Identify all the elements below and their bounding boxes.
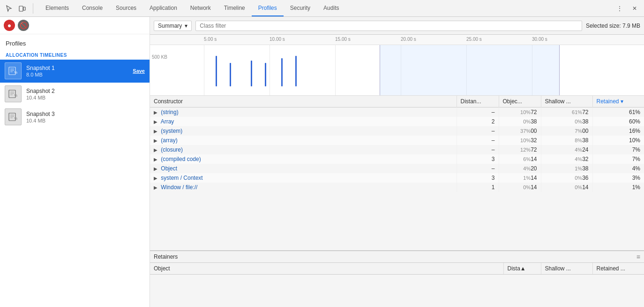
- device-icon[interactable]: [17, 3, 27, 14]
- col-header-retained[interactable]: Retained ▾: [592, 96, 644, 107]
- col-header-shallow[interactable]: Shallow ...: [541, 96, 592, 107]
- nav-tabs: Elements Console Sources Application Net…: [39, 0, 614, 16]
- retainers-col-obj[interactable]: Object: [150, 263, 503, 275]
- save-button-1[interactable]: Save: [133, 68, 145, 74]
- timeline-body[interactable]: 500 KB: [150, 45, 644, 96]
- profile-item-1[interactable]: % Snapshot 1 8.0 MB Save: [0, 60, 150, 83]
- summary-dropdown[interactable]: Summary ▾: [154, 21, 192, 31]
- table-row[interactable]: ▶ (string)–10%7261%7261%: [150, 107, 644, 117]
- col-header-distance[interactable]: Distan...: [457, 96, 499, 107]
- distance-cell: –: [457, 145, 499, 154]
- retainers-menu-icon[interactable]: ≡: [637, 253, 640, 261]
- table-row[interactable]: ▶ (system)–37%007%0016%: [150, 126, 644, 136]
- timeline-area[interactable]: 5.00 s 10.00 s 15.00 s 20.00 s 25.00 s 3…: [150, 35, 644, 96]
- profile-size-3: 10.4 MB: [26, 118, 145, 123]
- tab-security[interactable]: Security: [284, 0, 317, 16]
- retainers-section: Retainers ≡ Object Dista▲ Shallow ... Re…: [150, 251, 644, 307]
- ruler-tick-4: 20.00 s: [401, 37, 416, 42]
- tab-network[interactable]: Network: [184, 0, 217, 16]
- shallow-cell: 61%72: [541, 107, 592, 117]
- constructor-tbody: ▶ (string)–10%7261%7261%▶ Array20%380%38…: [150, 107, 644, 192]
- distance-cell: –: [457, 126, 499, 136]
- tab-application[interactable]: Application: [143, 0, 184, 16]
- retained-cell: 3%: [592, 173, 644, 183]
- constructor-name[interactable]: system / Context: [161, 175, 202, 181]
- table-row[interactable]: ▶ (array)–10%328%3810%: [150, 136, 644, 145]
- constructor-name[interactable]: Object: [161, 165, 177, 172]
- shallow-cell: 0%36: [541, 173, 592, 183]
- selected-size-label: Selected size: 7.9 MB: [586, 23, 640, 29]
- profile-info-2: Snapshot 2 10.4 MB: [26, 88, 145, 100]
- distance-cell: –: [457, 136, 499, 145]
- devtools-navbar: Elements Console Sources Application Net…: [0, 0, 644, 17]
- table-row[interactable]: ▶ (compiled code)36%144%327%: [150, 154, 644, 164]
- svg-text:%: %: [14, 70, 17, 75]
- constructor-name[interactable]: Window / file://: [161, 184, 197, 191]
- retainers-body[interactable]: Object Dista▲ Shallow ... Retained ...: [150, 263, 644, 307]
- profile-info-1: Snapshot 1 8.0 MB: [26, 65, 128, 77]
- profile-size-1: 8.0 MB: [26, 72, 128, 77]
- constructor-name[interactable]: (system): [161, 128, 182, 134]
- expand-arrow[interactable]: ▶: [154, 110, 159, 115]
- col-header-objects[interactable]: Objec...: [499, 96, 541, 107]
- col-header-constructor[interactable]: Constructor: [150, 96, 457, 107]
- retainers-title: Retainers: [154, 253, 178, 260]
- tab-audits[interactable]: Audits: [317, 0, 345, 16]
- objects-cell: 10%72: [499, 107, 541, 117]
- nav-icons: [4, 3, 33, 14]
- table-row[interactable]: ▶ (closure)–12%724%247%: [150, 145, 644, 154]
- close-icon[interactable]: ✕: [629, 3, 640, 14]
- retainers-col-shallow[interactable]: Shallow ...: [541, 263, 592, 275]
- objects-cell: 0%38: [499, 117, 541, 126]
- expand-arrow[interactable]: ▶: [154, 129, 159, 134]
- timeline-bar-5: [281, 58, 283, 86]
- profile-item-2[interactable]: % Snapshot 2 10.4 MB: [0, 83, 150, 106]
- retained-cell: 1%: [592, 183, 644, 192]
- record-button[interactable]: ●: [4, 20, 15, 31]
- constructor-table[interactable]: Constructor Distan... Objec... Shallow .…: [150, 96, 644, 251]
- shallow-cell: 0%38: [541, 117, 592, 126]
- profile-item-3[interactable]: % Snapshot 3 10.4 MB: [0, 106, 150, 129]
- expand-arrow[interactable]: ▶: [154, 157, 159, 162]
- constructor-name[interactable]: Array: [161, 118, 174, 125]
- retained-cell: 61%: [592, 107, 644, 117]
- expand-arrow[interactable]: ▶: [154, 166, 159, 171]
- retainers-col-dist[interactable]: Dista▲: [503, 263, 541, 275]
- constructor-name[interactable]: (compiled code): [161, 156, 201, 162]
- svg-rect-0: [19, 6, 23, 11]
- tab-sources[interactable]: Sources: [109, 0, 143, 16]
- constructor-name[interactable]: (array): [161, 137, 177, 144]
- stop-button[interactable]: 🚫: [18, 20, 29, 31]
- constructor-name[interactable]: (closure): [161, 146, 183, 153]
- svg-text:%: %: [14, 116, 17, 121]
- constructor-name[interactable]: (string): [161, 109, 178, 115]
- ruler-tick-6: 30.00 s: [532, 37, 547, 42]
- table-row[interactable]: ▶ Window / file://10%140%141%: [150, 183, 644, 192]
- retained-cell: 60%: [592, 117, 644, 126]
- expand-arrow[interactable]: ▶: [154, 147, 159, 153]
- shallow-cell: 0%14: [541, 183, 592, 192]
- sidebar-toolbar: ● 🚫: [0, 17, 150, 34]
- cursor-icon[interactable]: [4, 3, 14, 14]
- expand-arrow[interactable]: ▶: [154, 176, 159, 181]
- table-row[interactable]: ▶ Object–4%201%384%: [150, 164, 644, 173]
- retained-cell: 7%: [592, 145, 644, 154]
- tab-console[interactable]: Console: [75, 0, 109, 16]
- shallow-cell: 4%24: [541, 145, 592, 154]
- sidebar-title: Profiles: [0, 34, 150, 49]
- more-options-icon[interactable]: ⋮: [614, 3, 625, 14]
- tab-elements[interactable]: Elements: [39, 0, 75, 16]
- table-row[interactable]: ▶ system / Context31%140%363%: [150, 173, 644, 183]
- table-row[interactable]: ▶ Array20%380%3860%: [150, 117, 644, 126]
- expand-arrow[interactable]: ▶: [154, 138, 159, 143]
- profile-list: % Snapshot 1 8.0 MB Save %: [0, 60, 150, 307]
- tab-timeline[interactable]: Timeline: [217, 0, 252, 16]
- objects-cell: 10%32: [499, 136, 541, 145]
- tab-profiles[interactable]: Profiles: [252, 0, 284, 16]
- snapshot-icon-2: %: [5, 85, 22, 102]
- expand-arrow[interactable]: ▶: [154, 185, 159, 190]
- profile-name-2: Snapshot 2: [26, 88, 145, 94]
- expand-arrow[interactable]: ▶: [154, 119, 159, 124]
- class-filter-input[interactable]: [195, 21, 582, 31]
- retainers-col-retained[interactable]: Retained ...: [592, 263, 644, 275]
